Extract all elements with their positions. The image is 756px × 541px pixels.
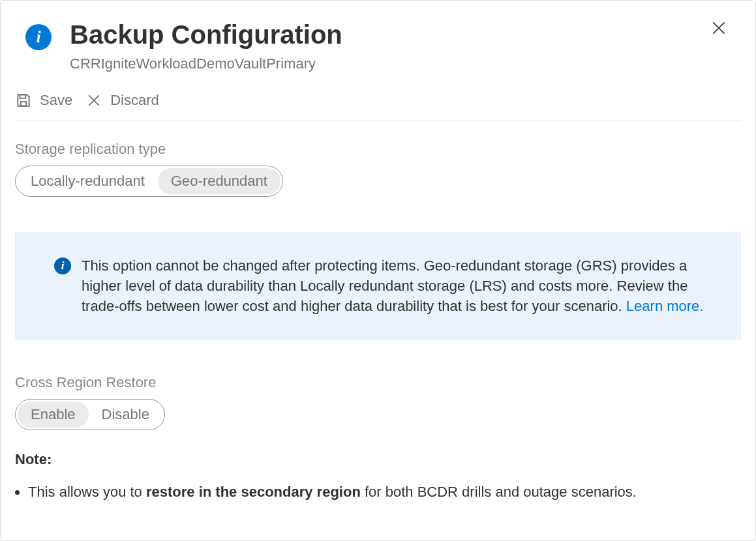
info-icon: i: [25, 24, 52, 50]
note-section: Note: This allows you to restore in the …: [15, 451, 741, 503]
svg-rect-2: [21, 102, 27, 106]
save-button[interactable]: Save: [15, 92, 72, 109]
save-icon: [15, 92, 32, 109]
close-icon: [710, 20, 727, 39]
info-icon: i: [54, 257, 71, 274]
cross-region-toggle: Enable Disable: [15, 399, 165, 430]
save-label: Save: [40, 92, 72, 109]
note-label: Note:: [15, 451, 741, 468]
toolbar: Save Discard: [1, 72, 755, 121]
cross-region-section: Cross Region Restore Enable Disable: [15, 374, 741, 430]
discard-icon: [85, 92, 102, 109]
storage-replication-toggle: Locally-redundant Geo-redundant: [15, 166, 283, 197]
discard-button[interactable]: Discard: [85, 92, 159, 109]
page-header: i Backup Configuration CRRIgniteWorkload…: [1, 1, 755, 72]
info-text: This option cannot be changed after prot…: [82, 256, 715, 317]
geo-redundant-option[interactable]: Geo-redundant: [158, 168, 280, 194]
storage-replication-section: Storage replication type Locally-redunda…: [15, 141, 741, 197]
learn-more-link[interactable]: Learn more.: [626, 298, 704, 314]
enable-option[interactable]: Enable: [18, 402, 89, 428]
cross-region-label: Cross Region Restore: [15, 374, 741, 391]
discard-label: Discard: [110, 92, 159, 109]
page-title: Backup Configuration: [70, 19, 729, 50]
info-box: i This option cannot be changed after pr…: [15, 232, 741, 340]
disable-option[interactable]: Disable: [89, 402, 162, 428]
page-subtitle: CRRIgniteWorkloadDemoVaultPrimary: [70, 55, 729, 72]
storage-replication-label: Storage replication type: [15, 141, 741, 158]
svg-rect-3: [20, 95, 26, 98]
locally-redundant-option[interactable]: Locally-redundant: [18, 168, 158, 194]
note-item: This allows you to restore in the second…: [28, 482, 741, 503]
close-button[interactable]: [708, 19, 729, 40]
